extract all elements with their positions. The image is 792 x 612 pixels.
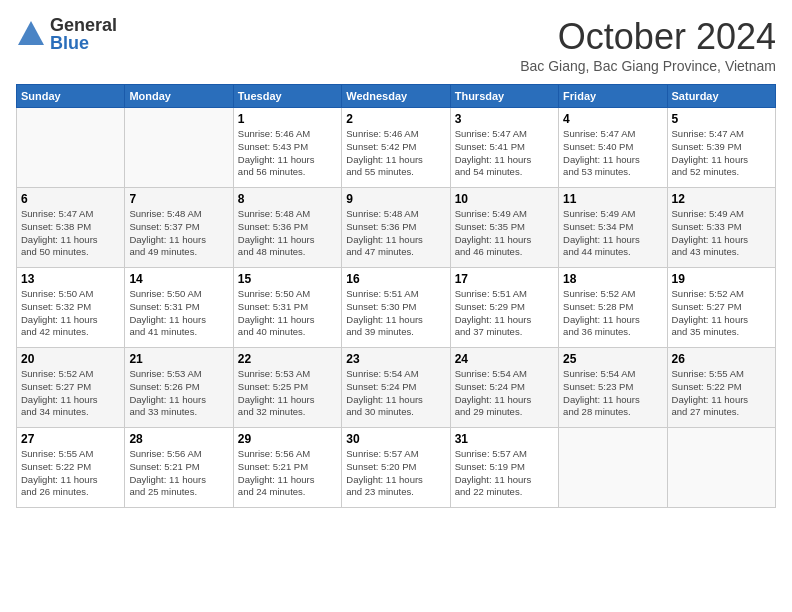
day-info: Sunrise: 5:52 AM Sunset: 5:27 PM Dayligh… bbox=[21, 368, 120, 419]
day-cell: 13Sunrise: 5:50 AM Sunset: 5:32 PM Dayli… bbox=[17, 268, 125, 348]
day-number: 25 bbox=[563, 352, 662, 366]
logo-icon bbox=[16, 19, 46, 49]
day-cell: 28Sunrise: 5:56 AM Sunset: 5:21 PM Dayli… bbox=[125, 428, 233, 508]
day-number: 28 bbox=[129, 432, 228, 446]
day-cell: 11Sunrise: 5:49 AM Sunset: 5:34 PM Dayli… bbox=[559, 188, 667, 268]
day-info: Sunrise: 5:53 AM Sunset: 5:26 PM Dayligh… bbox=[129, 368, 228, 419]
calendar-header: SundayMondayTuesdayWednesdayThursdayFrid… bbox=[17, 85, 776, 108]
day-cell: 17Sunrise: 5:51 AM Sunset: 5:29 PM Dayli… bbox=[450, 268, 558, 348]
logo: General Blue bbox=[16, 16, 117, 52]
day-info: Sunrise: 5:50 AM Sunset: 5:31 PM Dayligh… bbox=[129, 288, 228, 339]
day-cell: 31Sunrise: 5:57 AM Sunset: 5:19 PM Dayli… bbox=[450, 428, 558, 508]
day-number: 24 bbox=[455, 352, 554, 366]
day-cell: 23Sunrise: 5:54 AM Sunset: 5:24 PM Dayli… bbox=[342, 348, 450, 428]
day-number: 16 bbox=[346, 272, 445, 286]
day-info: Sunrise: 5:48 AM Sunset: 5:36 PM Dayligh… bbox=[238, 208, 337, 259]
day-info: Sunrise: 5:47 AM Sunset: 5:38 PM Dayligh… bbox=[21, 208, 120, 259]
day-info: Sunrise: 5:51 AM Sunset: 5:29 PM Dayligh… bbox=[455, 288, 554, 339]
day-cell: 12Sunrise: 5:49 AM Sunset: 5:33 PM Dayli… bbox=[667, 188, 775, 268]
day-info: Sunrise: 5:49 AM Sunset: 5:35 PM Dayligh… bbox=[455, 208, 554, 259]
day-number: 9 bbox=[346, 192, 445, 206]
week-row-5: 27Sunrise: 5:55 AM Sunset: 5:22 PM Dayli… bbox=[17, 428, 776, 508]
day-cell: 24Sunrise: 5:54 AM Sunset: 5:24 PM Dayli… bbox=[450, 348, 558, 428]
day-number: 10 bbox=[455, 192, 554, 206]
day-cell bbox=[17, 108, 125, 188]
day-cell: 6Sunrise: 5:47 AM Sunset: 5:38 PM Daylig… bbox=[17, 188, 125, 268]
day-cell: 18Sunrise: 5:52 AM Sunset: 5:28 PM Dayli… bbox=[559, 268, 667, 348]
day-cell: 16Sunrise: 5:51 AM Sunset: 5:30 PM Dayli… bbox=[342, 268, 450, 348]
day-cell: 4Sunrise: 5:47 AM Sunset: 5:40 PM Daylig… bbox=[559, 108, 667, 188]
day-number: 7 bbox=[129, 192, 228, 206]
day-cell: 7Sunrise: 5:48 AM Sunset: 5:37 PM Daylig… bbox=[125, 188, 233, 268]
day-cell: 20Sunrise: 5:52 AM Sunset: 5:27 PM Dayli… bbox=[17, 348, 125, 428]
day-cell bbox=[559, 428, 667, 508]
day-number: 6 bbox=[21, 192, 120, 206]
day-number: 4 bbox=[563, 112, 662, 126]
day-number: 3 bbox=[455, 112, 554, 126]
day-info: Sunrise: 5:51 AM Sunset: 5:30 PM Dayligh… bbox=[346, 288, 445, 339]
day-info: Sunrise: 5:55 AM Sunset: 5:22 PM Dayligh… bbox=[672, 368, 771, 419]
day-info: Sunrise: 5:54 AM Sunset: 5:24 PM Dayligh… bbox=[455, 368, 554, 419]
day-cell: 29Sunrise: 5:56 AM Sunset: 5:21 PM Dayli… bbox=[233, 428, 341, 508]
day-cell: 26Sunrise: 5:55 AM Sunset: 5:22 PM Dayli… bbox=[667, 348, 775, 428]
day-cell: 30Sunrise: 5:57 AM Sunset: 5:20 PM Dayli… bbox=[342, 428, 450, 508]
day-cell: 19Sunrise: 5:52 AM Sunset: 5:27 PM Dayli… bbox=[667, 268, 775, 348]
day-info: Sunrise: 5:53 AM Sunset: 5:25 PM Dayligh… bbox=[238, 368, 337, 419]
day-cell: 2Sunrise: 5:46 AM Sunset: 5:42 PM Daylig… bbox=[342, 108, 450, 188]
week-row-3: 13Sunrise: 5:50 AM Sunset: 5:32 PM Dayli… bbox=[17, 268, 776, 348]
day-info: Sunrise: 5:48 AM Sunset: 5:36 PM Dayligh… bbox=[346, 208, 445, 259]
week-row-1: 1Sunrise: 5:46 AM Sunset: 5:43 PM Daylig… bbox=[17, 108, 776, 188]
day-number: 30 bbox=[346, 432, 445, 446]
day-info: Sunrise: 5:57 AM Sunset: 5:19 PM Dayligh… bbox=[455, 448, 554, 499]
day-number: 18 bbox=[563, 272, 662, 286]
day-info: Sunrise: 5:46 AM Sunset: 5:43 PM Dayligh… bbox=[238, 128, 337, 179]
day-number: 20 bbox=[21, 352, 120, 366]
logo-text: General Blue bbox=[50, 16, 117, 52]
day-cell: 3Sunrise: 5:47 AM Sunset: 5:41 PM Daylig… bbox=[450, 108, 558, 188]
week-row-2: 6Sunrise: 5:47 AM Sunset: 5:38 PM Daylig… bbox=[17, 188, 776, 268]
day-number: 29 bbox=[238, 432, 337, 446]
day-cell: 25Sunrise: 5:54 AM Sunset: 5:23 PM Dayli… bbox=[559, 348, 667, 428]
day-info: Sunrise: 5:48 AM Sunset: 5:37 PM Dayligh… bbox=[129, 208, 228, 259]
day-cell: 22Sunrise: 5:53 AM Sunset: 5:25 PM Dayli… bbox=[233, 348, 341, 428]
header-cell-wednesday: Wednesday bbox=[342, 85, 450, 108]
day-info: Sunrise: 5:57 AM Sunset: 5:20 PM Dayligh… bbox=[346, 448, 445, 499]
logo-blue: Blue bbox=[50, 34, 117, 52]
day-cell: 27Sunrise: 5:55 AM Sunset: 5:22 PM Dayli… bbox=[17, 428, 125, 508]
page-header: General Blue October 2024 Bac Giang, Bac… bbox=[16, 16, 776, 74]
header-row: SundayMondayTuesdayWednesdayThursdayFrid… bbox=[17, 85, 776, 108]
day-number: 31 bbox=[455, 432, 554, 446]
calendar-body: 1Sunrise: 5:46 AM Sunset: 5:43 PM Daylig… bbox=[17, 108, 776, 508]
day-number: 5 bbox=[672, 112, 771, 126]
day-cell: 8Sunrise: 5:48 AM Sunset: 5:36 PM Daylig… bbox=[233, 188, 341, 268]
day-info: Sunrise: 5:56 AM Sunset: 5:21 PM Dayligh… bbox=[129, 448, 228, 499]
day-number: 1 bbox=[238, 112, 337, 126]
week-row-4: 20Sunrise: 5:52 AM Sunset: 5:27 PM Dayli… bbox=[17, 348, 776, 428]
header-cell-friday: Friday bbox=[559, 85, 667, 108]
header-cell-sunday: Sunday bbox=[17, 85, 125, 108]
header-cell-monday: Monday bbox=[125, 85, 233, 108]
day-info: Sunrise: 5:50 AM Sunset: 5:31 PM Dayligh… bbox=[238, 288, 337, 339]
day-cell bbox=[125, 108, 233, 188]
day-cell: 1Sunrise: 5:46 AM Sunset: 5:43 PM Daylig… bbox=[233, 108, 341, 188]
day-number: 14 bbox=[129, 272, 228, 286]
day-info: Sunrise: 5:54 AM Sunset: 5:24 PM Dayligh… bbox=[346, 368, 445, 419]
day-info: Sunrise: 5:46 AM Sunset: 5:42 PM Dayligh… bbox=[346, 128, 445, 179]
header-cell-saturday: Saturday bbox=[667, 85, 775, 108]
day-cell: 9Sunrise: 5:48 AM Sunset: 5:36 PM Daylig… bbox=[342, 188, 450, 268]
logo-general: General bbox=[50, 16, 117, 34]
day-cell: 14Sunrise: 5:50 AM Sunset: 5:31 PM Dayli… bbox=[125, 268, 233, 348]
day-cell bbox=[667, 428, 775, 508]
day-info: Sunrise: 5:47 AM Sunset: 5:40 PM Dayligh… bbox=[563, 128, 662, 179]
day-cell: 21Sunrise: 5:53 AM Sunset: 5:26 PM Dayli… bbox=[125, 348, 233, 428]
day-number: 21 bbox=[129, 352, 228, 366]
day-info: Sunrise: 5:49 AM Sunset: 5:33 PM Dayligh… bbox=[672, 208, 771, 259]
day-number: 19 bbox=[672, 272, 771, 286]
day-number: 12 bbox=[672, 192, 771, 206]
day-cell: 5Sunrise: 5:47 AM Sunset: 5:39 PM Daylig… bbox=[667, 108, 775, 188]
day-number: 11 bbox=[563, 192, 662, 206]
day-info: Sunrise: 5:49 AM Sunset: 5:34 PM Dayligh… bbox=[563, 208, 662, 259]
day-info: Sunrise: 5:55 AM Sunset: 5:22 PM Dayligh… bbox=[21, 448, 120, 499]
day-number: 2 bbox=[346, 112, 445, 126]
day-info: Sunrise: 5:54 AM Sunset: 5:23 PM Dayligh… bbox=[563, 368, 662, 419]
